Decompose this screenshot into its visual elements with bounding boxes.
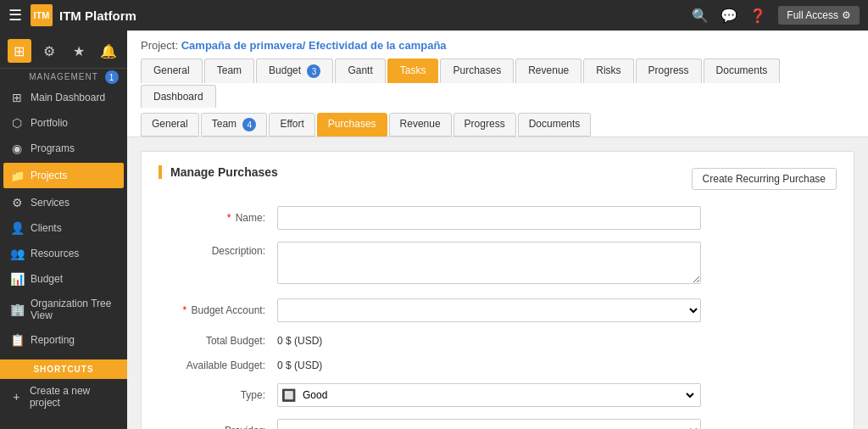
description-row: Description: (159, 242, 837, 287)
help-icon[interactable]: ❓ (749, 8, 766, 24)
sidebar-shortcut-label: Create a new project (30, 385, 117, 409)
sidebar-item-services[interactable]: ⚙ Services (0, 190, 127, 215)
total-budget-row: Total Budget: 0 $ (USD) (159, 334, 837, 347)
sidebar-item-label: Reporting (31, 334, 75, 346)
provider-label: Provider: (159, 425, 277, 429)
app-title: ITM Platform (59, 8, 692, 23)
project-label: Project: (141, 39, 178, 52)
sidebar-item-portfolio[interactable]: ⬡ Portfolio (0, 110, 127, 136)
subtab-revenue[interactable]: Revenue (389, 113, 452, 136)
project-header: Project: Campaña de primavera/ Efectivid… (127, 31, 868, 137)
sidebar-item-label: Portfolio (31, 117, 68, 129)
sidebar-item-reporting[interactable]: 📋 Reporting (0, 327, 127, 353)
sidebar-item-clients[interactable]: 👤 Clients (0, 215, 127, 241)
description-control (277, 242, 701, 287)
content-area: Project: Campaña de primavera/ Efectivid… (127, 31, 868, 429)
subtab-general[interactable]: General (141, 113, 199, 136)
type-select[interactable]: Good Service (299, 388, 697, 402)
provider-select[interactable] (277, 419, 701, 429)
sidebar-item-label: Main Dashboard (31, 92, 105, 103)
chat-icon[interactable]: 💬 (721, 8, 737, 24)
main-tabs-row: General Team Budget 3 Gantt Tasks Purcha… (141, 58, 854, 108)
sidebar-section-management: MANAGEMENT 1 (0, 69, 127, 85)
menu-icon[interactable]: ☰ (8, 6, 22, 25)
sidebar-item-label: Budget (31, 273, 63, 285)
main-dashboard-icon: ⊞ (10, 91, 24, 104)
access-button[interactable]: Full Access ⚙ (778, 6, 860, 25)
shortcuts-label: SHORTCUTS (0, 359, 127, 379)
tab-revenue[interactable]: Revenue (515, 58, 581, 83)
manage-purchases-panel: Manage Purchases Create Recurring Purcha… (141, 151, 854, 429)
total-budget-value: 0 $ (USD) (277, 334, 701, 347)
sidebar-item-label: Projects (31, 170, 67, 181)
tab-dashboard[interactable]: Dashboard (141, 85, 216, 108)
logo: ITM (31, 4, 53, 26)
name-input[interactable] (277, 206, 701, 230)
available-budget-row: Available Budget: 0 $ (USD) (159, 359, 837, 371)
tab-tasks[interactable]: Tasks (387, 58, 439, 83)
budget-account-label: * Budget Account: (159, 304, 277, 316)
subtab-progress[interactable]: Progress (453, 113, 516, 136)
budget-account-control (277, 298, 701, 322)
sidebar-icon-row: ⊞ ⚙ ★ 🔔 (0, 31, 127, 69)
sidebar-item-budget[interactable]: 📊 Budget (0, 266, 127, 292)
sidebar-item-org-tree[interactable]: 🏢 Organization Tree View (0, 292, 127, 327)
sidebar-item-label: Clients (31, 222, 62, 234)
tab-purchases[interactable]: Purchases (440, 58, 514, 83)
tab-general[interactable]: General (141, 58, 203, 83)
type-row: Type: 🔲 Good Service (159, 383, 837, 407)
topbar: ☰ ITM ITM Platform 🔍 💬 ❓ Full Access ⚙ (0, 0, 868, 31)
services-icon: ⚙ (10, 196, 24, 209)
type-select-wrapper: 🔲 Good Service (277, 383, 701, 407)
sidebar-shortcut-create-project[interactable]: + Create a new project (0, 379, 127, 415)
project-name: Campaña de primavera/ Efectividad de la … (181, 39, 447, 52)
sidebar-item-projects[interactable]: 📁 Projects (3, 163, 124, 188)
clients-icon: 👤 (10, 221, 24, 235)
tab-risks[interactable]: Risks (583, 58, 633, 83)
create-project-icon: + (10, 390, 23, 404)
tab-progress[interactable]: Progress (636, 58, 702, 83)
portfolio-icon: ⬡ (10, 116, 24, 130)
tab-budget[interactable]: Budget 3 (256, 58, 333, 83)
available-budget-label: Available Budget: (159, 359, 277, 371)
subtab-purchases[interactable]: Purchases (317, 113, 387, 136)
panel-title: Manage Purchases (159, 165, 278, 179)
subtab-documents[interactable]: Documents (518, 113, 592, 136)
subtab-team[interactable]: Team 4 (201, 113, 268, 136)
sidebar: ⊞ ⚙ ★ 🔔 MANAGEMENT 1 ⊞ Main Dashboard ⬡ … (0, 31, 127, 429)
type-label: Type: (159, 389, 277, 401)
name-label: * Name: (159, 212, 277, 224)
tab-team[interactable]: Team (204, 58, 254, 83)
search-icon[interactable]: 🔍 (692, 8, 709, 24)
sidebar-bell-icon[interactable]: 🔔 (97, 39, 120, 63)
description-input[interactable] (277, 242, 701, 284)
budget-account-row: * Budget Account: (159, 298, 837, 322)
programs-icon: ◉ (10, 142, 24, 155)
sidebar-screen-icon[interactable]: ⊞ (8, 39, 31, 63)
type-control: 🔲 Good Service (277, 383, 701, 407)
topbar-actions: 🔍 💬 ❓ Full Access ⚙ (692, 6, 860, 25)
sidebar-star-icon[interactable]: ★ (67, 39, 91, 63)
sidebar-item-label: Resources (31, 248, 79, 259)
provider-row: Provider: (159, 419, 837, 429)
budget-icon: 📊 (10, 272, 24, 286)
tab-documents[interactable]: Documents (704, 58, 781, 83)
available-budget-value: 0 $ (USD) (277, 359, 701, 371)
sidebar-item-resources[interactable]: 👥 Resources (0, 241, 127, 266)
budget-account-select[interactable] (277, 298, 701, 322)
tab-gantt[interactable]: Gantt (335, 58, 385, 83)
create-recurring-purchase-button[interactable]: Create Recurring Purchase (692, 168, 837, 190)
sidebar-item-programs[interactable]: ◉ Programs (0, 136, 127, 161)
sidebar-item-label: Organization Tree View (31, 298, 117, 321)
sidebar-item-main-dashboard[interactable]: ⊞ Main Dashboard (0, 85, 127, 110)
reporting-icon: 📋 (10, 333, 24, 347)
org-tree-icon: 🏢 (10, 303, 24, 316)
type-icon: 🔲 (281, 388, 296, 402)
name-control (277, 206, 701, 230)
sidebar-item-label: Programs (31, 142, 75, 154)
form-area: Manage Purchases Create Recurring Purcha… (127, 137, 868, 429)
subtab-effort[interactable]: Effort (269, 113, 314, 136)
resources-icon: 👥 (10, 247, 24, 260)
sidebar-item-label: Services (31, 197, 70, 209)
sidebar-settings-icon[interactable]: ⚙ (37, 39, 61, 63)
